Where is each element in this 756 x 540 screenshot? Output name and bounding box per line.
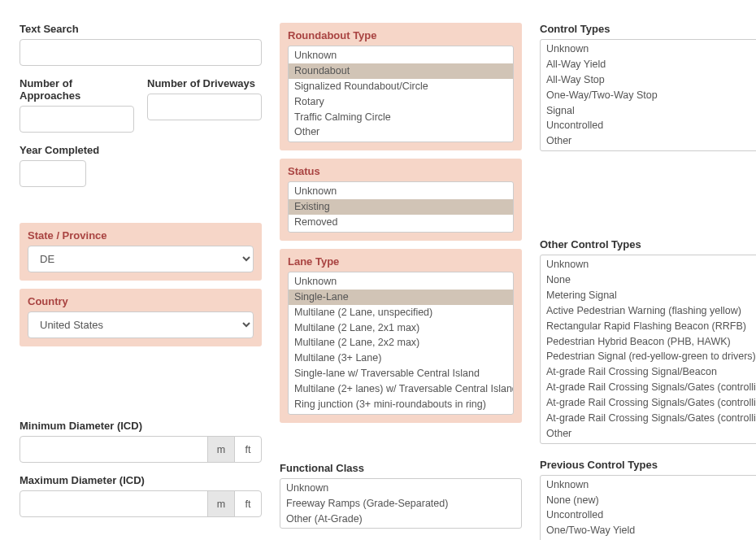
list-item[interactable]: One-Way/Two-Way Stop bbox=[541, 88, 756, 103]
max-unit-m-button[interactable]: m bbox=[207, 490, 235, 517]
country-select[interactable]: United States bbox=[28, 311, 254, 338]
lane-type-listbox[interactable]: UnknownSingle-LaneMultilane (2 Lane, uns… bbox=[288, 272, 514, 415]
list-item[interactable]: Single-Lane bbox=[289, 290, 513, 305]
list-item[interactable]: Pedestrian Signal (red-yellow-green to d… bbox=[541, 349, 756, 364]
list-item[interactable]: Unknown bbox=[280, 481, 521, 496]
list-item[interactable]: Unknown bbox=[541, 41, 756, 57]
list-item[interactable]: Unknown bbox=[541, 477, 756, 493]
status-label: Status bbox=[288, 165, 514, 177]
list-item[interactable]: Multilane (2 Lane, 2x2 max) bbox=[289, 335, 513, 351]
list-item[interactable]: At-grade Rail Crossing Signals/Gates (co… bbox=[541, 380, 756, 395]
list-item[interactable]: Single-lane w/ Traversable Central Islan… bbox=[289, 366, 513, 381]
control-types-field: Control Types UnknownAll-Way YieldAll-Wa… bbox=[540, 23, 756, 151]
previous-control-types-field: Previous Control Types UnknownNone (new)… bbox=[540, 459, 756, 540]
list-item[interactable]: Rotary bbox=[289, 94, 513, 110]
list-item[interactable]: Multilane (2 Lane, 2x1 max) bbox=[289, 320, 513, 336]
control-types-label: Control Types bbox=[540, 23, 756, 35]
text-search-label: Text Search bbox=[20, 23, 262, 35]
state-select[interactable]: DE bbox=[28, 246, 254, 272]
functional-class-field: Functional Class UnknownFreeway Ramps (G… bbox=[280, 462, 522, 529]
list-item[interactable]: Active Pedestrian Warning (flashing yell… bbox=[541, 303, 756, 319]
list-item[interactable]: Pedestrian Hybrid Beacon (PHB, HAWK) bbox=[541, 334, 756, 350]
functional-class-listbox[interactable]: UnknownFreeway Ramps (Grade-Separated)Ot… bbox=[280, 478, 522, 529]
status-listbox[interactable]: UnknownExistingRemoved bbox=[288, 181, 514, 233]
min-diameter-field: Minimum Diameter (ICD) m ft bbox=[20, 420, 262, 463]
text-search-field: Text Search bbox=[20, 23, 262, 66]
list-item[interactable]: Other bbox=[289, 124, 513, 140]
list-item[interactable]: Traffic Calming Circle bbox=[289, 110, 513, 125]
list-item[interactable]: Signalized Roundabout/Circle bbox=[289, 79, 513, 94]
other-control-types-field: Other Control Types UnknownNoneMetering … bbox=[540, 238, 756, 444]
list-item[interactable]: Metering Signal bbox=[541, 288, 756, 303]
max-unit-ft-button[interactable]: ft bbox=[234, 490, 262, 517]
list-item[interactable]: None (new) bbox=[541, 493, 756, 508]
list-item[interactable]: At-grade Rail Crossing Signals/Gates (co… bbox=[541, 395, 756, 411]
min-diameter-label: Minimum Diameter (ICD) bbox=[20, 420, 262, 432]
list-item[interactable]: None bbox=[541, 272, 756, 288]
driveways-label: Number of Driveways bbox=[147, 77, 262, 89]
lane-type-field: Lane Type UnknownSingle-LaneMultilane (2… bbox=[280, 249, 522, 423]
list-item[interactable]: Unknown bbox=[289, 48, 513, 63]
min-diameter-input[interactable] bbox=[20, 436, 208, 463]
driveways-field: Number of Driveways bbox=[147, 77, 262, 133]
max-diameter-label: Maximum Diameter (ICD) bbox=[20, 474, 262, 486]
control-types-listbox[interactable]: UnknownAll-Way YieldAll-Way StopOne-Way/… bbox=[540, 39, 756, 151]
list-item[interactable]: Roundabout bbox=[289, 63, 513, 79]
list-item[interactable]: Uncontrolled bbox=[541, 118, 756, 133]
other-control-types-listbox[interactable]: UnknownNoneMetering SignalActive Pedestr… bbox=[540, 255, 756, 444]
country-label: Country bbox=[28, 295, 254, 307]
max-diameter-input[interactable] bbox=[20, 490, 208, 517]
min-unit-m-button[interactable]: m bbox=[207, 436, 235, 463]
list-item[interactable]: All-Way Yield bbox=[541, 57, 756, 72]
list-item[interactable]: Other (At-Grade) bbox=[280, 512, 521, 527]
roundabout-type-label: Roundabout Type bbox=[288, 29, 514, 41]
state-field: State / Province DE bbox=[20, 223, 262, 281]
list-item[interactable]: Other bbox=[541, 426, 756, 442]
list-item[interactable]: Unknown bbox=[289, 184, 513, 199]
min-unit-ft-button[interactable]: ft bbox=[234, 436, 262, 463]
previous-control-types-label: Previous Control Types bbox=[540, 459, 756, 471]
list-item[interactable]: Removed bbox=[289, 215, 513, 230]
year-field: Year Completed bbox=[20, 144, 262, 187]
functional-class-label: Functional Class bbox=[280, 462, 522, 474]
list-item[interactable]: At-grade Rail Crossing Signal/Beacon bbox=[541, 364, 756, 380]
list-item[interactable]: All-Way Stop bbox=[541, 72, 756, 88]
status-field: Status UnknownExistingRemoved bbox=[280, 159, 522, 241]
text-search-input[interactable] bbox=[20, 39, 262, 66]
list-item[interactable]: Signal bbox=[541, 103, 756, 119]
list-item[interactable]: Unknown bbox=[541, 257, 756, 272]
list-item[interactable]: One/Two-Way Yield bbox=[541, 523, 756, 538]
list-item[interactable]: Unknown bbox=[289, 274, 513, 290]
country-field: Country United States bbox=[20, 289, 262, 346]
state-label: State / Province bbox=[28, 229, 254, 242]
driveways-input[interactable] bbox=[147, 94, 262, 120]
list-item[interactable]: Multilane (3+ Lane) bbox=[289, 351, 513, 366]
list-item[interactable]: Freeway Ramps (Grade-Separated) bbox=[280, 496, 521, 512]
approaches-field: Number of Approaches bbox=[20, 77, 134, 133]
roundabout-type-field: Roundabout Type UnknownRoundaboutSignali… bbox=[280, 23, 522, 150]
year-label: Year Completed bbox=[20, 144, 262, 156]
previous-control-types-listbox[interactable]: UnknownNone (new)UncontrolledOne/Two-Way… bbox=[540, 475, 756, 540]
list-item[interactable]: At-grade Rail Crossing Signals/Gates (co… bbox=[541, 411, 756, 426]
roundabout-type-listbox[interactable]: UnknownRoundaboutSignalized Roundabout/C… bbox=[288, 46, 514, 142]
approaches-label: Number of Approaches bbox=[20, 77, 134, 102]
other-control-types-label: Other Control Types bbox=[540, 238, 756, 250]
list-item[interactable]: Multilane (2+ lanes) w/ Traversable Cent… bbox=[289, 381, 513, 397]
list-item[interactable]: Rectangular Rapid Flashing Beacon (RRFB) bbox=[541, 319, 756, 334]
list-item[interactable]: Other bbox=[541, 133, 756, 149]
year-input[interactable] bbox=[20, 160, 86, 187]
list-item[interactable]: Existing bbox=[289, 199, 513, 215]
list-item[interactable]: Multilane (2 Lane, unspecified) bbox=[289, 305, 513, 320]
lane-type-label: Lane Type bbox=[288, 255, 514, 268]
max-diameter-field: Maximum Diameter (ICD) m ft bbox=[20, 474, 262, 517]
list-item[interactable]: Uncontrolled bbox=[541, 507, 756, 523]
approaches-input[interactable] bbox=[20, 106, 134, 133]
list-item[interactable]: Ring junction (3+ mini-roundabouts in ri… bbox=[289, 397, 513, 412]
